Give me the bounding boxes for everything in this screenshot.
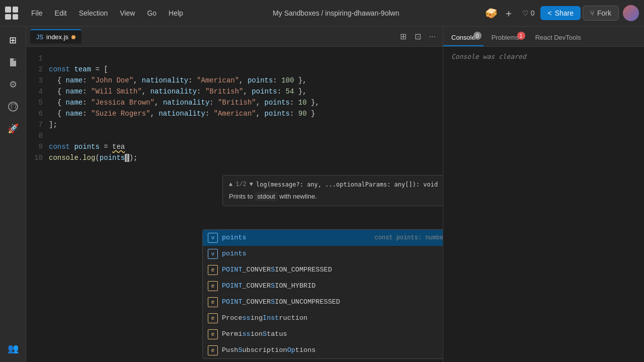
fork-button[interactable]: ⑂ Fork (583, 6, 619, 21)
heart-icon: ♡ (522, 9, 529, 17)
tooltip-next[interactable]: ▼ (250, 179, 253, 190)
console-badge: 0 (473, 32, 481, 40)
enum-icon-4: e (208, 297, 218, 307)
autocomplete-item-3[interactable]: e POINT_CONVERSION_HYBRID (203, 278, 443, 294)
avatar[interactable] (623, 5, 639, 21)
ac-label-6: PermissionStatus (222, 329, 443, 340)
tooltip-page: 1/2 (235, 179, 247, 190)
problems-badge: 1 (517, 32, 525, 40)
tab-index-js[interactable]: JS index.js (30, 29, 82, 44)
code-editor[interactable]: 12345 678910 const team = [ { name: "Joh… (26, 47, 443, 362)
sidebar-file-icon[interactable] (4, 53, 23, 72)
variable-icon-0: v (208, 233, 218, 243)
right-tab-bar: Console 0 Problems 1 React DevTools (443, 27, 644, 47)
tooltip-prev[interactable]: ▲ (229, 179, 232, 190)
ac-label-4: POINT_CONVERSION_UNCOMPRESSED (222, 297, 443, 308)
fork-label: Fork (597, 9, 611, 17)
tab-react-devtools[interactable]: React DevTools (527, 30, 589, 46)
enum-icon-7: e (208, 345, 218, 355)
enum-icon-3: e (208, 281, 218, 291)
console-cleared-text: Console was cleared (451, 53, 526, 60)
unsaved-dot (71, 35, 75, 39)
signature-tooltip: ▲ 1/2 ▼ log(message?: any, ...optionalPa… (222, 175, 443, 206)
heart-count: 0 (531, 9, 535, 17)
autocomplete-item-6[interactable]: e PermissionStatus (203, 326, 443, 342)
js-file-icon: JS (36, 34, 43, 41)
ac-label-2: POINT_CONVERSION_COMPRESSED (222, 264, 443, 276)
autocomplete-item-0[interactable]: v points const points: number[] ⓘ (203, 230, 443, 246)
tooltip-signature: log(message?: any, ...optionalParams: an… (256, 179, 438, 190)
right-panel: Console 0 Problems 1 React DevTools Cons… (443, 27, 644, 362)
line-numbers: 12345 678910 (26, 47, 49, 362)
app-logo[interactable] (5, 7, 18, 20)
console-output: Console was cleared (443, 47, 644, 362)
autocomplete-item-5[interactable]: e ProcessingInstruction (203, 310, 443, 326)
console-tab-label: Console (451, 34, 475, 41)
sidebar-home-icon[interactable]: ⊞ (4, 31, 23, 50)
ac-label-5: ProcessingInstruction (222, 313, 443, 324)
ac-label-3: POINT_CONVERSION_HYBRID (222, 281, 443, 292)
plus-icon[interactable]: ＋ (501, 6, 516, 21)
tab-problems[interactable]: Problems 1 (484, 30, 527, 46)
menu-selection[interactable]: Selection (74, 7, 113, 19)
ac-type-0: const points: number[] (375, 232, 443, 243)
tab-console[interactable]: Console 0 (443, 30, 484, 46)
tab-label: index.js (46, 33, 68, 41)
svg-point-0 (9, 102, 18, 111)
sidebar-github-icon[interactable] (4, 97, 23, 116)
autocomplete-dropdown[interactable]: v points const points: number[] ⓘ v poin… (202, 229, 443, 359)
enum-icon-6: e (208, 329, 218, 339)
share-label: Share (555, 9, 574, 17)
tooltip-nav: ▲ 1/2 ▼ log(message?: any, ...optionalPa… (229, 179, 438, 190)
fork-icon: ⑂ (590, 9, 594, 17)
editor-panel: JS index.js ⊞ ⊡ ··· 12345 678910 const t… (26, 27, 443, 362)
tab-bar: JS index.js ⊞ ⊡ ··· (26, 27, 443, 47)
heart-btn[interactable]: ♡ 0 (518, 7, 539, 19)
autocomplete-item-1[interactable]: v points (203, 246, 443, 262)
menu-file[interactable]: File (26, 7, 48, 19)
autocomplete-item-7[interactable]: e PushSubscriptionOptions (203, 342, 443, 358)
menu-view[interactable]: View (115, 7, 140, 19)
share-icon: < (547, 9, 551, 17)
browser-preview-icon[interactable]: ⊡ (412, 30, 424, 43)
split-editor-icon[interactable]: ⊞ (397, 30, 410, 43)
more-actions-icon[interactable]: ··· (426, 30, 439, 43)
enum-icon-2: e (208, 265, 218, 275)
variable-icon-1: v (208, 249, 218, 259)
enum-icon-5: e (208, 313, 218, 323)
autocomplete-item-2[interactable]: e POINT_CONVERSION_COMPRESSED (203, 262, 443, 278)
autocomplete-item-4[interactable]: e POINT_CONVERSION_UNCOMPRESSED (203, 294, 443, 310)
share-button[interactable]: < Share (540, 6, 581, 20)
menu-go[interactable]: Go (142, 7, 162, 19)
sidebar-people-icon[interactable]: 👥 (4, 339, 23, 358)
menu-edit[interactable]: Edit (50, 7, 72, 19)
ac-label-0: points (222, 232, 375, 243)
main-layout: ⊞ ⚙ 🚀 👥 JS index.js ⊞ ⊡ ··· 1234 (0, 27, 644, 362)
sandbox-path: My Sandboxes / inspiring-dhawan-9olwn (273, 9, 399, 17)
sidebar-settings-icon[interactable]: ⚙ (4, 75, 23, 94)
codesandbox-icon[interactable]: 🥪 (484, 6, 499, 21)
problems-tab-label: Problems (492, 34, 519, 41)
devtools-tab-label: React DevTools (535, 34, 581, 41)
ac-label-7: PushSubscriptionOptions (222, 345, 443, 356)
menubar: File Edit Selection View Go Help My Sand… (0, 0, 644, 27)
ac-label-1: points (222, 248, 443, 259)
menu-help[interactable]: Help (164, 7, 188, 19)
sidebar: ⊞ ⚙ 🚀 👥 (0, 27, 26, 362)
sidebar-rocket-icon[interactable]: 🚀 (4, 119, 23, 138)
tooltip-description: Prints to stdout with newline. (229, 192, 438, 202)
